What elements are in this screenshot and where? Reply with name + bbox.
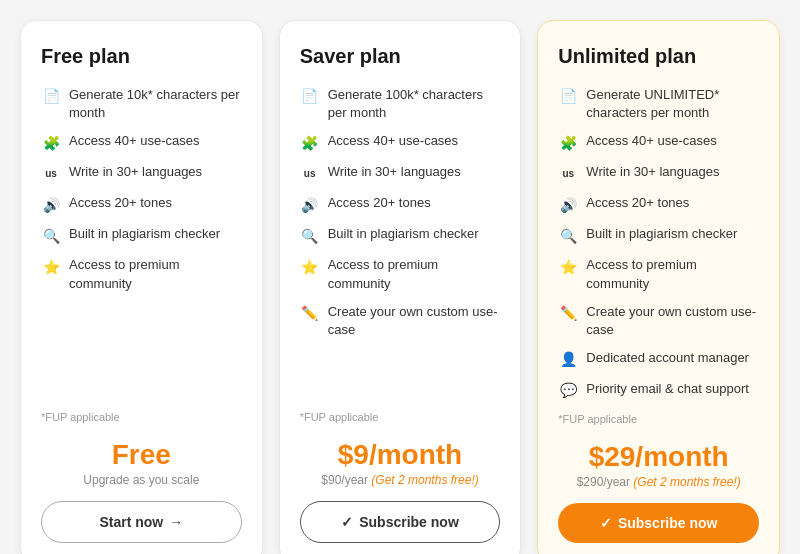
list-item: 📄 Generate UNLIMITED* characters per mon… — [558, 86, 759, 122]
list-item: 👤 Dedicated account manager — [558, 349, 759, 370]
list-item: ✏️ Create your own custom use-case — [300, 303, 501, 339]
feature-text: Priority email & chat support — [586, 380, 749, 398]
feature-text: Write in 30+ languages — [586, 163, 719, 181]
start-now-label: Start now — [99, 514, 163, 530]
saver-features-list: 📄 Generate 100k* characters per month 🧩 … — [300, 86, 501, 399]
saver-price-section: $9/month $90/year (Get 2 months free!) ✓… — [300, 439, 501, 543]
document-icon: 📄 — [41, 87, 61, 107]
list-item: 🔍 Built in plagiarism checker — [41, 225, 242, 246]
free-plan-card: Free plan 📄 Generate 10k* characters per… — [20, 20, 263, 554]
list-item: 🔊 Access 20+ tones — [300, 194, 501, 215]
list-item: ⭐ Access to premium community — [558, 256, 759, 292]
unlimited-subscribe-label: Subscribe now — [618, 515, 718, 531]
document-icon: 📄 — [300, 87, 320, 107]
feature-text: Built in plagiarism checker — [586, 225, 737, 243]
list-item: us Write in 30+ languages — [300, 163, 501, 184]
language-icon: us — [300, 164, 320, 184]
unlimited-features-list: 📄 Generate UNLIMITED* characters per mon… — [558, 86, 759, 401]
list-item: 📄 Generate 10k* characters per month — [41, 86, 242, 122]
language-icon: us — [558, 164, 578, 184]
search-icon: 🔍 — [558, 226, 578, 246]
unlimited-fup-note: *FUP applicable — [558, 413, 759, 425]
feature-text: Generate 100k* characters per month — [328, 86, 501, 122]
feature-text: Create your own custom use-case — [586, 303, 759, 339]
document-icon: 📄 — [558, 87, 578, 107]
list-item: ⭐ Access to premium community — [300, 256, 501, 292]
puzzle-icon: 🧩 — [41, 133, 61, 153]
list-item: 🔊 Access 20+ tones — [41, 194, 242, 215]
manager-icon: 👤 — [558, 350, 578, 370]
feature-text: Generate 10k* characters per month — [69, 86, 242, 122]
tone-icon: 🔊 — [41, 195, 61, 215]
free-price: Free — [41, 439, 242, 471]
star-icon: ⭐ — [41, 257, 61, 277]
feature-text: Write in 30+ languages — [69, 163, 202, 181]
saver-plan-card: Saver plan 📄 Generate 100k* characters p… — [279, 20, 522, 554]
feature-text: Access 40+ use-cases — [586, 132, 716, 150]
list-item: ✏️ Create your own custom use-case — [558, 303, 759, 339]
saver-subscribe-button[interactable]: ✓ Subscribe now — [300, 501, 501, 543]
list-item: 📄 Generate 100k* characters per month — [300, 86, 501, 122]
list-item: 🔊 Access 20+ tones — [558, 194, 759, 215]
feature-text: Create your own custom use-case — [328, 303, 501, 339]
feature-text: Access to premium community — [586, 256, 759, 292]
puzzle-icon: 🧩 — [558, 133, 578, 153]
list-item: 🧩 Access 40+ use-cases — [41, 132, 242, 153]
tone-icon: 🔊 — [558, 195, 578, 215]
free-fup-note: *FUP applicable — [41, 411, 242, 423]
free-price-section: Free Upgrade as you scale Start now → — [41, 439, 242, 543]
unlimited-plan-card: Unlimited plan 📄 Generate UNLIMITED* cha… — [537, 20, 780, 554]
feature-text: Access 20+ tones — [586, 194, 689, 212]
feature-text: Access 40+ use-cases — [328, 132, 458, 150]
unlimited-price: $29/month — [558, 441, 759, 473]
free-features-list: 📄 Generate 10k* characters per month 🧩 A… — [41, 86, 242, 399]
feature-text: Access 20+ tones — [328, 194, 431, 212]
unlimited-price-sub: $290/year (Get 2 months free!) — [558, 475, 759, 489]
feature-text: Access 40+ use-cases — [69, 132, 199, 150]
list-item: us Write in 30+ languages — [41, 163, 242, 184]
free-start-button[interactable]: Start now → — [41, 501, 242, 543]
search-icon: 🔍 — [41, 226, 61, 246]
search-icon: 🔍 — [300, 226, 320, 246]
list-item: 🧩 Access 40+ use-cases — [300, 132, 501, 153]
list-item: 🔍 Built in plagiarism checker — [300, 225, 501, 246]
unlimited-plan-title: Unlimited plan — [558, 45, 759, 68]
list-item: ⭐ Access to premium community — [41, 256, 242, 292]
feature-text: Generate UNLIMITED* characters per month — [586, 86, 759, 122]
checkmark-icon: ✓ — [600, 515, 612, 531]
list-item: 🔍 Built in plagiarism checker — [558, 225, 759, 246]
feature-text: Dedicated account manager — [586, 349, 749, 367]
puzzle-icon: 🧩 — [300, 133, 320, 153]
feature-text: Access to premium community — [69, 256, 242, 292]
saver-price-sub: $90/year (Get 2 months free!) — [300, 473, 501, 487]
language-icon: us — [41, 164, 61, 184]
arrow-icon: → — [169, 514, 183, 530]
star-icon: ⭐ — [558, 257, 578, 277]
feature-text: Access 20+ tones — [69, 194, 172, 212]
feature-text: Access to premium community — [328, 256, 501, 292]
saver-plan-title: Saver plan — [300, 45, 501, 68]
checkmark-icon: ✓ — [341, 514, 353, 530]
unlimited-price-section: $29/month $290/year (Get 2 months free!)… — [558, 441, 759, 543]
pencil-icon: ✏️ — [558, 304, 578, 324]
list-item: us Write in 30+ languages — [558, 163, 759, 184]
unlimited-subscribe-button[interactable]: ✓ Subscribe now — [558, 503, 759, 543]
feature-text: Write in 30+ languages — [328, 163, 461, 181]
list-item: 💬 Priority email & chat support — [558, 380, 759, 401]
feature-text: Built in plagiarism checker — [328, 225, 479, 243]
free-price-sub: Upgrade as you scale — [41, 473, 242, 487]
pricing-container: Free plan 📄 Generate 10k* characters per… — [0, 0, 800, 554]
free-plan-title: Free plan — [41, 45, 242, 68]
tone-icon: 🔊 — [300, 195, 320, 215]
saver-price: $9/month — [300, 439, 501, 471]
chat-icon: 💬 — [558, 381, 578, 401]
saver-fup-note: *FUP applicable — [300, 411, 501, 423]
list-item: 🧩 Access 40+ use-cases — [558, 132, 759, 153]
star-icon: ⭐ — [300, 257, 320, 277]
subscribe-now-label: Subscribe now — [359, 514, 459, 530]
feature-text: Built in plagiarism checker — [69, 225, 220, 243]
pencil-icon: ✏️ — [300, 304, 320, 324]
